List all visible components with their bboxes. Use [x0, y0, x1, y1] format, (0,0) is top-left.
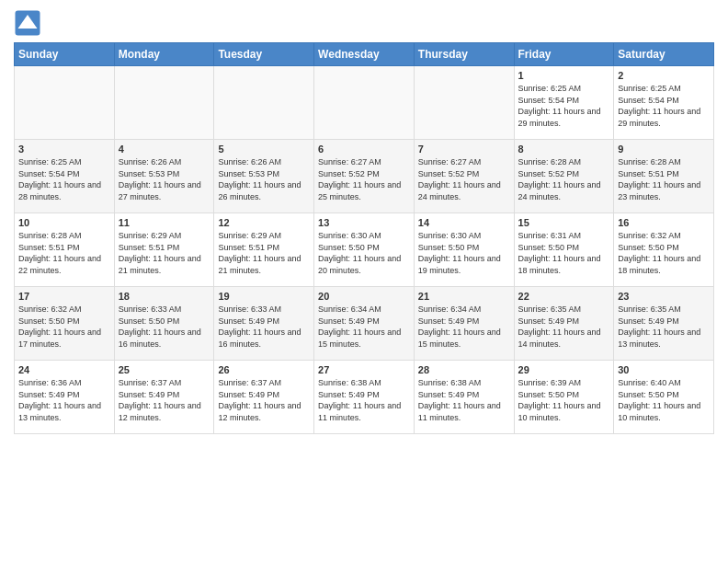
- day-number: 25: [119, 364, 210, 375]
- day-info: Sunrise: 6:34 AM Sunset: 5:49 PM Dayligh…: [318, 304, 410, 350]
- day-cell: 6Sunrise: 6:27 AM Sunset: 5:52 PM Daylig…: [314, 140, 415, 213]
- weekday-header-monday: Monday: [114, 43, 214, 66]
- weekday-header-friday: Friday: [514, 43, 614, 66]
- day-info: Sunrise: 6:37 AM Sunset: 5:49 PM Dayligh…: [119, 377, 210, 423]
- week-row-1: 1Sunrise: 6:25 AM Sunset: 5:54 PM Daylig…: [15, 66, 714, 140]
- day-cell: 8Sunrise: 6:28 AM Sunset: 5:52 PM Daylig…: [514, 140, 614, 213]
- day-info: Sunrise: 6:30 AM Sunset: 5:50 PM Dayligh…: [418, 230, 510, 276]
- day-cell: 5Sunrise: 6:26 AM Sunset: 5:53 PM Daylig…: [214, 140, 314, 213]
- day-cell: [314, 66, 415, 140]
- day-cell: [114, 66, 214, 140]
- day-number: 17: [18, 291, 110, 302]
- day-number: 1: [518, 70, 610, 81]
- day-number: 16: [618, 217, 710, 228]
- day-cell: 22Sunrise: 6:35 AM Sunset: 5:49 PM Dayli…: [514, 287, 614, 361]
- day-cell: 13Sunrise: 6:30 AM Sunset: 5:50 PM Dayli…: [314, 213, 415, 287]
- day-info: Sunrise: 6:38 AM Sunset: 5:49 PM Dayligh…: [418, 377, 510, 423]
- day-cell: 3Sunrise: 6:25 AM Sunset: 5:54 PM Daylig…: [15, 140, 115, 213]
- week-row-4: 17Sunrise: 6:32 AM Sunset: 5:50 PM Dayli…: [15, 287, 714, 361]
- day-number: 2: [618, 70, 710, 81]
- day-number: 28: [418, 364, 510, 375]
- day-info: Sunrise: 6:34 AM Sunset: 5:49 PM Dayligh…: [418, 304, 510, 350]
- day-number: 4: [119, 144, 210, 155]
- week-row-3: 10Sunrise: 6:28 AM Sunset: 5:51 PM Dayli…: [15, 213, 714, 287]
- day-cell: 29Sunrise: 6:39 AM Sunset: 5:50 PM Dayli…: [514, 361, 614, 434]
- day-number: 7: [418, 144, 510, 155]
- day-cell: 18Sunrise: 6:33 AM Sunset: 5:50 PM Dayli…: [114, 287, 214, 361]
- day-info: Sunrise: 6:28 AM Sunset: 5:52 PM Dayligh…: [518, 156, 610, 202]
- day-number: 14: [418, 217, 510, 228]
- day-number: 22: [518, 291, 610, 302]
- weekday-header-tuesday: Tuesday: [214, 43, 314, 66]
- day-cell: 7Sunrise: 6:27 AM Sunset: 5:52 PM Daylig…: [414, 140, 514, 213]
- day-info: Sunrise: 6:27 AM Sunset: 5:52 PM Dayligh…: [418, 156, 510, 202]
- day-number: 9: [618, 144, 710, 155]
- day-cell: 11Sunrise: 6:29 AM Sunset: 5:51 PM Dayli…: [114, 213, 214, 287]
- day-info: Sunrise: 6:36 AM Sunset: 5:49 PM Dayligh…: [18, 377, 110, 423]
- day-info: Sunrise: 6:37 AM Sunset: 5:49 PM Dayligh…: [218, 377, 310, 423]
- day-cell: 25Sunrise: 6:37 AM Sunset: 5:49 PM Dayli…: [114, 361, 214, 434]
- day-number: 29: [518, 364, 610, 375]
- day-number: 23: [618, 291, 710, 302]
- day-info: Sunrise: 6:35 AM Sunset: 5:49 PM Dayligh…: [518, 304, 610, 350]
- day-info: Sunrise: 6:26 AM Sunset: 5:53 PM Dayligh…: [218, 156, 310, 202]
- day-info: Sunrise: 6:31 AM Sunset: 5:50 PM Dayligh…: [518, 230, 610, 276]
- day-number: 10: [18, 217, 110, 228]
- day-cell: 16Sunrise: 6:32 AM Sunset: 5:50 PM Dayli…: [614, 213, 714, 287]
- day-info: Sunrise: 6:29 AM Sunset: 5:51 PM Dayligh…: [218, 230, 310, 276]
- day-info: Sunrise: 6:29 AM Sunset: 5:51 PM Dayligh…: [119, 230, 210, 276]
- day-cell: 26Sunrise: 6:37 AM Sunset: 5:49 PM Dayli…: [214, 361, 314, 434]
- day-number: 13: [318, 217, 410, 228]
- calendar-table: SundayMondayTuesdayWednesdayThursdayFrid…: [14, 42, 714, 434]
- logo: [14, 9, 45, 37]
- week-row-5: 24Sunrise: 6:36 AM Sunset: 5:49 PM Dayli…: [15, 361, 714, 434]
- day-number: 3: [18, 144, 110, 155]
- day-info: Sunrise: 6:39 AM Sunset: 5:50 PM Dayligh…: [518, 377, 610, 423]
- day-info: Sunrise: 6:25 AM Sunset: 5:54 PM Dayligh…: [18, 156, 110, 202]
- day-number: 27: [318, 364, 410, 375]
- day-number: 19: [218, 291, 310, 302]
- weekday-header-thursday: Thursday: [414, 43, 514, 66]
- day-info: Sunrise: 6:26 AM Sunset: 5:53 PM Dayligh…: [119, 156, 210, 202]
- day-info: Sunrise: 6:28 AM Sunset: 5:51 PM Dayligh…: [618, 156, 710, 202]
- weekday-header-row: SundayMondayTuesdayWednesdayThursdayFrid…: [15, 43, 714, 66]
- weekday-header-saturday: Saturday: [614, 43, 714, 66]
- day-info: Sunrise: 6:38 AM Sunset: 5:49 PM Dayligh…: [318, 377, 410, 423]
- day-number: 18: [119, 291, 210, 302]
- page-container: SundayMondayTuesdayWednesdayThursdayFrid…: [0, 0, 728, 443]
- day-cell: 21Sunrise: 6:34 AM Sunset: 5:49 PM Dayli…: [414, 287, 514, 361]
- day-cell: 14Sunrise: 6:30 AM Sunset: 5:50 PM Dayli…: [414, 213, 514, 287]
- day-number: 21: [418, 291, 510, 302]
- day-cell: 10Sunrise: 6:28 AM Sunset: 5:51 PM Dayli…: [15, 213, 115, 287]
- day-cell: 23Sunrise: 6:35 AM Sunset: 5:49 PM Dayli…: [614, 287, 714, 361]
- weekday-header-sunday: Sunday: [15, 43, 115, 66]
- day-cell: [414, 66, 514, 140]
- day-number: 30: [618, 364, 710, 375]
- day-info: Sunrise: 6:33 AM Sunset: 5:50 PM Dayligh…: [119, 304, 210, 350]
- day-cell: [15, 66, 115, 140]
- day-cell: 2Sunrise: 6:25 AM Sunset: 5:54 PM Daylig…: [614, 66, 714, 140]
- day-info: Sunrise: 6:35 AM Sunset: 5:49 PM Dayligh…: [618, 304, 710, 350]
- day-cell: 12Sunrise: 6:29 AM Sunset: 5:51 PM Dayli…: [214, 213, 314, 287]
- day-cell: 28Sunrise: 6:38 AM Sunset: 5:49 PM Dayli…: [414, 361, 514, 434]
- day-cell: 30Sunrise: 6:40 AM Sunset: 5:50 PM Dayli…: [614, 361, 714, 434]
- day-number: 11: [119, 217, 210, 228]
- header: [14, 9, 714, 37]
- day-cell: 4Sunrise: 6:26 AM Sunset: 5:53 PM Daylig…: [114, 140, 214, 213]
- day-cell: 15Sunrise: 6:31 AM Sunset: 5:50 PM Dayli…: [514, 213, 614, 287]
- day-info: Sunrise: 6:40 AM Sunset: 5:50 PM Dayligh…: [618, 377, 710, 423]
- day-cell: 1Sunrise: 6:25 AM Sunset: 5:54 PM Daylig…: [514, 66, 614, 140]
- day-cell: [214, 66, 314, 140]
- day-info: Sunrise: 6:25 AM Sunset: 5:54 PM Dayligh…: [518, 83, 610, 129]
- logo-icon: [14, 9, 41, 37]
- day-cell: 27Sunrise: 6:38 AM Sunset: 5:49 PM Dayli…: [314, 361, 415, 434]
- day-number: 5: [218, 144, 310, 155]
- day-number: 6: [318, 144, 410, 155]
- day-number: 24: [18, 364, 110, 375]
- day-cell: 17Sunrise: 6:32 AM Sunset: 5:50 PM Dayli…: [15, 287, 115, 361]
- day-cell: 20Sunrise: 6:34 AM Sunset: 5:49 PM Dayli…: [314, 287, 415, 361]
- day-number: 8: [518, 144, 610, 155]
- day-info: Sunrise: 6:32 AM Sunset: 5:50 PM Dayligh…: [18, 304, 110, 350]
- day-info: Sunrise: 6:30 AM Sunset: 5:50 PM Dayligh…: [318, 230, 410, 276]
- day-info: Sunrise: 6:33 AM Sunset: 5:49 PM Dayligh…: [218, 304, 310, 350]
